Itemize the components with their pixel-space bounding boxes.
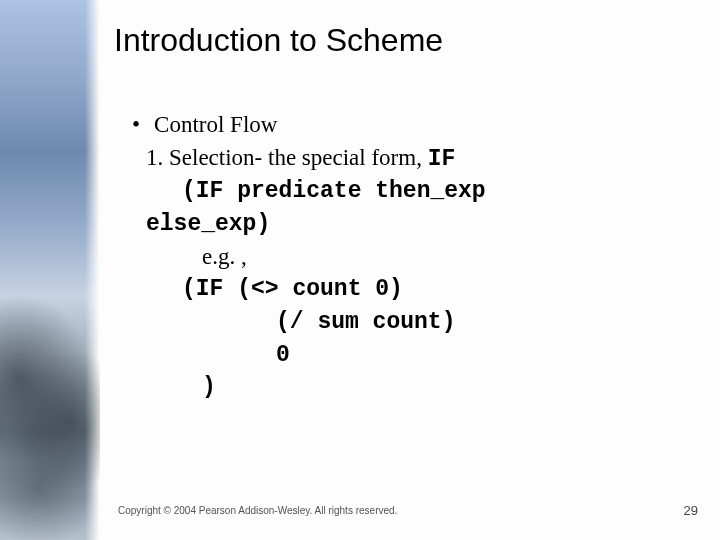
slide-body: • Control Flow 1. Selection- the special…	[118, 109, 690, 404]
bullet-text: Control Flow	[154, 109, 277, 142]
selection-text: 1. Selection- the special form,	[146, 145, 428, 170]
numbered-line: 1. Selection- the special form, IF	[118, 142, 690, 176]
slide-title: Introduction to Scheme	[114, 22, 690, 59]
copyright-footer: Copyright © 2004 Pearson Addison-Wesley.…	[118, 505, 397, 516]
code-line-3: (IF (<> count 0)	[118, 273, 690, 306]
code-line-4: (/ sum count)	[118, 306, 690, 339]
if-keyword: IF	[428, 146, 456, 172]
code-line-2: else_exp)	[118, 208, 690, 241]
code-line-5: 0	[118, 339, 690, 372]
page-number: 29	[684, 503, 698, 518]
example-label: e.g. ,	[118, 241, 690, 274]
slide-content: Introduction to Scheme • Control Flow 1.…	[0, 0, 720, 540]
code-line-1: (IF predicate then_exp	[118, 175, 690, 208]
bullet-item: • Control Flow	[118, 109, 690, 142]
bullet-dot-icon: •	[132, 109, 140, 142]
code-line-6: )	[118, 371, 690, 404]
